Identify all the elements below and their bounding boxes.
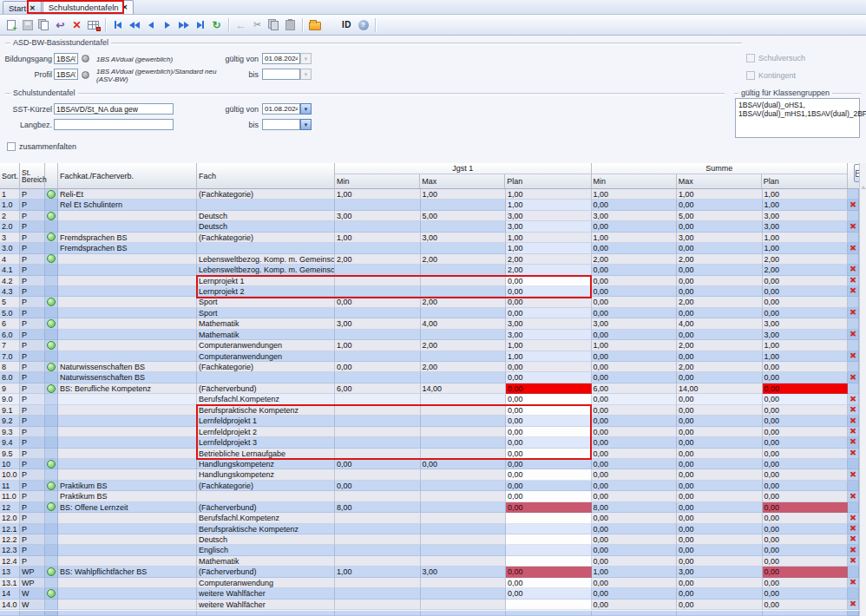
table-row[interactable]: 6PMathematik3,004,003,003,004,003,00	[0, 318, 859, 329]
cell-jgst1-plan[interactable]	[506, 600, 592, 610]
copy-button[interactable]	[266, 16, 282, 33]
expand-add-icon[interactable]	[47, 502, 56, 511]
column-header-summe-plan[interactable]: Plan	[762, 174, 847, 188]
gueltig-von-field[interactable]	[262, 53, 300, 64]
expand-add-icon[interactable]	[47, 567, 56, 576]
table-row[interactable]: 12.2PDeutsch0,000,000,00✕	[0, 534, 859, 545]
table-row[interactable]: 2.0PDeutsch3,000,000,003,00✕	[0, 221, 859, 232]
previous-record-button[interactable]	[142, 16, 159, 33]
expand-add-icon[interactable]	[47, 212, 56, 220]
undo-button[interactable]: ↩	[52, 16, 69, 33]
delete-row-icon[interactable]: ✕	[850, 265, 856, 275]
table-row[interactable]: 12PBS: Offene Lernzeit(Fächerverbund)8,0…	[0, 502, 859, 513]
delete-row-icon[interactable]: ✕	[850, 427, 856, 437]
table-row[interactable]: 5.0PSport0,000,000,000,00✕	[0, 308, 859, 318]
delete-row-icon[interactable]: ✕	[850, 351, 856, 362]
cell-jgst1-plan[interactable]: 0,00	[506, 405, 592, 416]
delete-row-icon[interactable]: ✕	[850, 513, 856, 523]
delete-row-icon[interactable]: ✕	[850, 286, 856, 297]
back-button[interactable]: ←	[233, 16, 249, 33]
close-icon[interactable]: ✕	[122, 3, 128, 11]
table-row[interactable]: 4PLebensweltbezog. Komp. m. Gemeinschaft…	[0, 254, 859, 265]
sst-gueltig-von-field[interactable]	[262, 103, 300, 115]
delete-row-icon[interactable]: ✕	[850, 600, 856, 610]
zusammenfalten-checkbox[interactable]	[7, 142, 16, 151]
help-button[interactable]: ?	[355, 16, 371, 33]
table-row[interactable]: 14Wweitere Wahlfächer0,000,000,000,00	[0, 588, 859, 599]
column-header-bereich[interactable]: St.Bereich	[20, 163, 45, 189]
table-row[interactable]: 9.5PBetriebliche Lernaufgabe0,000,000,00…	[0, 449, 859, 459]
folder-button[interactable]	[306, 16, 323, 33]
table-row[interactable]: 10PHandlungskompetenz0,000,000,000,000,0…	[0, 459, 859, 469]
cell-jgst1-plan[interactable]: 1,00	[506, 200, 592, 210]
scroll-up-icon[interactable]	[861, 186, 866, 189]
delete-row-icon[interactable]: ✕	[850, 405, 856, 416]
expand-add-icon[interactable]	[47, 319, 56, 328]
expand-add-icon[interactable]	[47, 384, 56, 393]
cell-jgst1-plan[interactable]	[506, 513, 592, 523]
delete-row-icon[interactable]: ✕	[850, 243, 856, 253]
delete-row-icon[interactable]: ✕	[850, 416, 856, 426]
table-row[interactable]: 2PDeutsch3,005,003,003,005,003,00	[0, 211, 859, 221]
delete-button[interactable]: ✕	[69, 16, 85, 33]
cell-jgst1-plan[interactable]: 0,00	[506, 437, 592, 448]
cell-jgst1-plan[interactable]: 0,00	[506, 286, 592, 297]
cell-jgst1-plan[interactable]: 0,00	[506, 449, 592, 459]
delete-row-icon[interactable]: ✕	[850, 578, 856, 588]
cell-jgst1-plan[interactable]: 0,00	[506, 372, 592, 383]
table-row[interactable]: 11.0PPraktikum BS0,000,000,000,00✕	[0, 491, 859, 501]
profil-field[interactable]	[54, 69, 78, 80]
sst-gueltig-von-dropdown[interactable]: ▼	[300, 103, 312, 115]
cut-button[interactable]: ✂	[249, 16, 266, 33]
table-row[interactable]: 4.3PLernprojekt 20,000,000,000,00✕	[0, 286, 859, 297]
cell-jgst1-plan[interactable]: 3,00	[506, 330, 592, 340]
delete-row-icon[interactable]: ✕	[850, 545, 856, 555]
expand-add-icon[interactable]	[47, 298, 56, 306]
bildungsgang-field[interactable]	[54, 53, 78, 64]
delete-row-icon[interactable]: ✕	[850, 221, 856, 232]
table-row[interactable]: 7.0PComputeranwendungen1,000,000,001,00✕	[0, 351, 859, 362]
refresh-button[interactable]: ↻	[208, 16, 225, 33]
table-row[interactable]: 8.0PNaturwissenschaften BS0,000,000,000,…	[0, 372, 859, 383]
delete-row-icon[interactable]: ✕	[850, 330, 856, 340]
delete-row-icon[interactable]: ✕	[850, 276, 856, 286]
table-row[interactable]: 3PFremdsprachen BS(Fachkategorie)1,003,0…	[0, 233, 859, 243]
cell-jgst1-plan[interactable]: 0,00	[506, 427, 592, 437]
table-row[interactable]: 1PReli-Et(Fachkategorie)1,001,001,001,00…	[0, 189, 859, 200]
vertical-scrollbar[interactable]	[859, 163, 866, 616]
table-row[interactable]: 10.0PHandlungskompetenz0,000,000,000,00✕	[0, 469, 859, 480]
delete-row-icon[interactable]: ✕	[850, 372, 856, 383]
column-header-fachkat[interactable]: Fachkat./Fächerverb.	[58, 163, 197, 189]
cell-jgst1-plan[interactable]: 3,00	[506, 221, 592, 232]
delete-row-icon[interactable]: ✕	[850, 524, 856, 534]
table-row[interactable]: 12.0PBerufsfachl.Kompetenz0,000,000,00✕	[0, 513, 859, 523]
paste-button[interactable]	[282, 16, 299, 33]
fast-next-button[interactable]	[175, 16, 192, 33]
column-header-jgst1-min[interactable]: Min	[335, 174, 420, 188]
table-row[interactable]: 11PPraktikum BS(Fachkategorie)0,000,000,…	[0, 481, 859, 491]
delete-row-icon[interactable]: ✕	[850, 437, 856, 448]
sst-kuerzel-field[interactable]	[54, 103, 174, 115]
delete-row-icon[interactable]: ✕	[850, 534, 856, 545]
fast-previous-button[interactable]	[126, 16, 142, 33]
expand-add-icon[interactable]	[47, 460, 56, 469]
expand-add-icon[interactable]	[47, 589, 56, 598]
delete-row-icon[interactable]: ✕	[850, 394, 856, 404]
table-row[interactable]: 5PSport0,002,000,000,002,000,00	[0, 297, 859, 307]
cell-jgst1-plan[interactable]	[506, 545, 592, 555]
expand-add-icon[interactable]	[47, 254, 56, 263]
column-header-sort[interactable]: Sort.	[0, 163, 20, 189]
delete-row-icon[interactable]: ✕	[850, 556, 856, 567]
table-row[interactable]: 8PNaturwissenschaften BS(Fachkategorie)0…	[0, 362, 859, 372]
cell-jgst1-plan[interactable]: 0,00	[506, 394, 592, 404]
new-record-button[interactable]: +	[3, 16, 19, 33]
cell-jgst1-plan[interactable]	[506, 534, 592, 545]
delete-row-icon[interactable]: ✕	[850, 308, 856, 318]
cell-jgst1-plan[interactable]: 0,00	[506, 469, 592, 480]
table-row[interactable]: 9PBS: Berufliche Kompetenz(Fächerverbund…	[0, 383, 859, 394]
sst-bis-field[interactable]	[262, 119, 300, 130]
table-row[interactable]: 4.1PLebensweltbezog. Komp. m. Gemeinscha…	[0, 265, 859, 275]
column-header-summe-max[interactable]: Max	[677, 174, 762, 188]
tab-start[interactable]: Start ✕	[3, 1, 42, 14]
duplicate-button[interactable]	[36, 16, 52, 33]
